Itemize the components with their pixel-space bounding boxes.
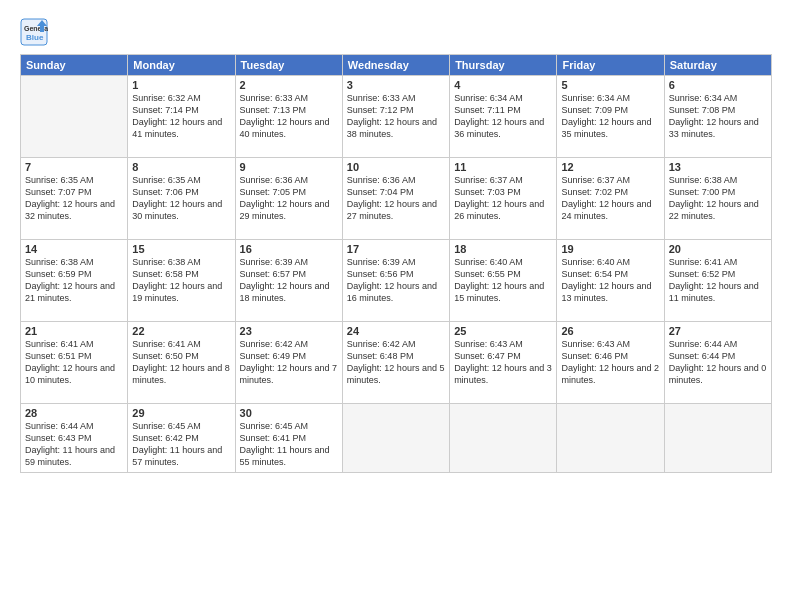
day-info: Sunrise: 6:39 AM Sunset: 6:56 PM Dayligh… [347,256,445,305]
day-info: Sunrise: 6:36 AM Sunset: 7:05 PM Dayligh… [240,174,338,223]
sunset-label: Sunset: 7:14 PM [132,105,199,115]
daylight-label: Daylight: 12 hours and 38 minutes. [347,117,437,139]
calendar-day-cell: 8 Sunrise: 6:35 AM Sunset: 7:06 PM Dayli… [128,158,235,240]
calendar-day-cell: 13 Sunrise: 6:38 AM Sunset: 7:00 PM Dayl… [664,158,771,240]
day-info: Sunrise: 6:41 AM Sunset: 6:51 PM Dayligh… [25,338,123,387]
sunset-label: Sunset: 7:07 PM [25,187,92,197]
calendar-day-cell: 24 Sunrise: 6:42 AM Sunset: 6:48 PM Dayl… [342,322,449,404]
calendar-day-cell: 17 Sunrise: 6:39 AM Sunset: 6:56 PM Dayl… [342,240,449,322]
sunrise-label: Sunrise: 6:37 AM [454,175,523,185]
daylight-label: Daylight: 12 hours and 27 minutes. [347,199,437,221]
day-number: 27 [669,325,767,337]
calendar-day-header: Saturday [664,55,771,76]
calendar-week-row: 7 Sunrise: 6:35 AM Sunset: 7:07 PM Dayli… [21,158,772,240]
sunrise-label: Sunrise: 6:36 AM [347,175,416,185]
sunset-label: Sunset: 7:06 PM [132,187,199,197]
daylight-label: Daylight: 12 hours and 29 minutes. [240,199,330,221]
day-number: 9 [240,161,338,173]
day-info: Sunrise: 6:43 AM Sunset: 6:47 PM Dayligh… [454,338,552,387]
daylight-label: Daylight: 12 hours and 33 minutes. [669,117,759,139]
calendar-day-cell: 11 Sunrise: 6:37 AM Sunset: 7:03 PM Dayl… [450,158,557,240]
sunset-label: Sunset: 6:43 PM [25,433,92,443]
sunrise-label: Sunrise: 6:44 AM [25,421,94,431]
day-info: Sunrise: 6:42 AM Sunset: 6:48 PM Dayligh… [347,338,445,387]
day-number: 13 [669,161,767,173]
day-number: 1 [132,79,230,91]
sunset-label: Sunset: 6:47 PM [454,351,521,361]
calendar-day-cell: 7 Sunrise: 6:35 AM Sunset: 7:07 PM Dayli… [21,158,128,240]
calendar-day-header: Monday [128,55,235,76]
day-number: 12 [561,161,659,173]
day-info: Sunrise: 6:33 AM Sunset: 7:13 PM Dayligh… [240,92,338,141]
daylight-label: Daylight: 11 hours and 59 minutes. [25,445,115,467]
sunset-label: Sunset: 6:57 PM [240,269,307,279]
sunrise-label: Sunrise: 6:38 AM [132,257,201,267]
sunrise-label: Sunrise: 6:45 AM [132,421,201,431]
calendar-day-cell [450,404,557,473]
sunset-label: Sunset: 6:54 PM [561,269,628,279]
svg-text:Blue: Blue [26,33,44,42]
calendar-day-cell: 2 Sunrise: 6:33 AM Sunset: 7:13 PM Dayli… [235,76,342,158]
day-number: 4 [454,79,552,91]
calendar-day-cell: 12 Sunrise: 6:37 AM Sunset: 7:02 PM Dayl… [557,158,664,240]
calendar-day-cell: 21 Sunrise: 6:41 AM Sunset: 6:51 PM Dayl… [21,322,128,404]
day-info: Sunrise: 6:34 AM Sunset: 7:11 PM Dayligh… [454,92,552,141]
sunrise-label: Sunrise: 6:32 AM [132,93,201,103]
calendar-day-cell: 1 Sunrise: 6:32 AM Sunset: 7:14 PM Dayli… [128,76,235,158]
day-number: 6 [669,79,767,91]
calendar-day-cell: 4 Sunrise: 6:34 AM Sunset: 7:11 PM Dayli… [450,76,557,158]
sunrise-label: Sunrise: 6:35 AM [132,175,201,185]
day-number: 5 [561,79,659,91]
sunset-label: Sunset: 7:11 PM [454,105,521,115]
daylight-label: Daylight: 12 hours and 0 minutes. [669,363,767,385]
header: General Blue [20,18,772,46]
day-number: 15 [132,243,230,255]
day-number: 22 [132,325,230,337]
sunset-label: Sunset: 6:58 PM [132,269,199,279]
daylight-label: Daylight: 12 hours and 32 minutes. [25,199,115,221]
sunrise-label: Sunrise: 6:39 AM [347,257,416,267]
sunrise-label: Sunrise: 6:33 AM [240,93,309,103]
calendar-day-cell: 5 Sunrise: 6:34 AM Sunset: 7:09 PM Dayli… [557,76,664,158]
sunset-label: Sunset: 6:55 PM [454,269,521,279]
daylight-label: Daylight: 12 hours and 18 minutes. [240,281,330,303]
sunrise-label: Sunrise: 6:40 AM [454,257,523,267]
calendar-day-cell: 18 Sunrise: 6:40 AM Sunset: 6:55 PM Dayl… [450,240,557,322]
calendar-table: SundayMondayTuesdayWednesdayThursdayFrid… [20,54,772,473]
sunrise-label: Sunrise: 6:41 AM [669,257,738,267]
day-info: Sunrise: 6:45 AM Sunset: 6:42 PM Dayligh… [132,420,230,469]
sunset-label: Sunset: 7:05 PM [240,187,307,197]
calendar-day-cell [557,404,664,473]
calendar-header-row: SundayMondayTuesdayWednesdayThursdayFrid… [21,55,772,76]
sunrise-label: Sunrise: 6:43 AM [561,339,630,349]
day-info: Sunrise: 6:37 AM Sunset: 7:03 PM Dayligh… [454,174,552,223]
day-info: Sunrise: 6:35 AM Sunset: 7:06 PM Dayligh… [132,174,230,223]
day-number: 28 [25,407,123,419]
day-number: 29 [132,407,230,419]
calendar-day-cell [664,404,771,473]
day-info: Sunrise: 6:39 AM Sunset: 6:57 PM Dayligh… [240,256,338,305]
day-info: Sunrise: 6:36 AM Sunset: 7:04 PM Dayligh… [347,174,445,223]
daylight-label: Daylight: 12 hours and 7 minutes. [240,363,338,385]
sunrise-label: Sunrise: 6:35 AM [25,175,94,185]
sunrise-label: Sunrise: 6:42 AM [240,339,309,349]
daylight-label: Daylight: 12 hours and 19 minutes. [132,281,222,303]
day-info: Sunrise: 6:33 AM Sunset: 7:12 PM Dayligh… [347,92,445,141]
calendar-day-cell: 28 Sunrise: 6:44 AM Sunset: 6:43 PM Dayl… [21,404,128,473]
daylight-label: Daylight: 12 hours and 15 minutes. [454,281,544,303]
calendar-day-cell [21,76,128,158]
day-info: Sunrise: 6:38 AM Sunset: 6:58 PM Dayligh… [132,256,230,305]
day-info: Sunrise: 6:44 AM Sunset: 6:43 PM Dayligh… [25,420,123,469]
day-number: 23 [240,325,338,337]
sunrise-label: Sunrise: 6:41 AM [132,339,201,349]
sunset-label: Sunset: 7:13 PM [240,105,307,115]
day-number: 17 [347,243,445,255]
day-number: 2 [240,79,338,91]
sunset-label: Sunset: 6:44 PM [669,351,736,361]
daylight-label: Daylight: 12 hours and 8 minutes. [132,363,230,385]
day-info: Sunrise: 6:34 AM Sunset: 7:08 PM Dayligh… [669,92,767,141]
sunset-label: Sunset: 6:49 PM [240,351,307,361]
daylight-label: Daylight: 12 hours and 24 minutes. [561,199,651,221]
calendar-day-header: Wednesday [342,55,449,76]
sunset-label: Sunset: 6:51 PM [25,351,92,361]
